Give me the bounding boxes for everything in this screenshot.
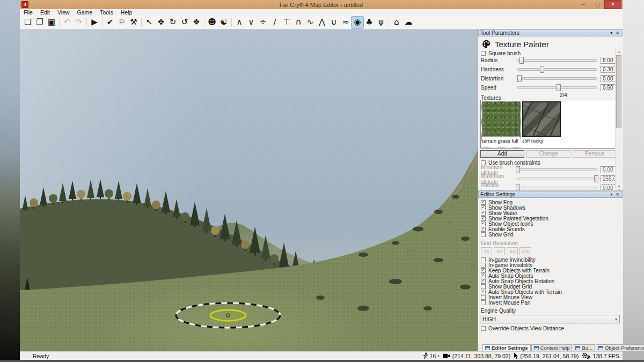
- grid-resolution-option[interactable]: 16: [481, 247, 492, 255]
- change-texture-button[interactable]: Change: [526, 150, 570, 158]
- panel-collapse-icon[interactable]: ▾: [609, 31, 614, 35]
- tool-parameters-header[interactable]: Tool Parameters ▾ ✕: [478, 29, 623, 36]
- slider-track[interactable]: [517, 187, 597, 189]
- tab-object-preferences[interactable]: Object Preferences: [596, 344, 644, 351]
- slider-thumb[interactable]: [594, 175, 598, 182]
- scroll-up-icon[interactable]: ▴: [616, 49, 623, 55]
- menu-item[interactable]: Edit: [36, 9, 54, 16]
- new-file-button[interactable]: ❏: [22, 17, 34, 28]
- flood-terrain-button[interactable]: ∪: [328, 17, 340, 28]
- slider-thumb[interactable]: [516, 184, 520, 191]
- slider-thumb[interactable]: [516, 166, 520, 173]
- checkbox[interactable]: [481, 300, 486, 305]
- grass-painter-button[interactable]: ψ: [375, 17, 387, 28]
- flatten-terrain-button[interactable]: ÷: [257, 17, 269, 28]
- slider-thumb[interactable]: [557, 84, 561, 91]
- slider-thumb[interactable]: [519, 57, 524, 64]
- texture-list[interactable]: terrain grass full cliff rocky: [480, 100, 617, 149]
- slider-track[interactable]: [517, 86, 597, 89]
- water-waves-button[interactable]: ≈: [340, 17, 352, 28]
- setting-row[interactable]: Invert Mouse View: [478, 294, 623, 300]
- chevron-down-icon[interactable]: ▾: [437, 354, 440, 358]
- add-texture-button[interactable]: Add: [480, 150, 524, 158]
- grid-resolution-option[interactable]: 64: [507, 247, 518, 255]
- setting-row[interactable]: Show Object Icons: [478, 221, 623, 226]
- slider-thumb[interactable]: [517, 75, 522, 82]
- panel-close-icon[interactable]: ✕: [614, 193, 621, 197]
- clone-objects-tool-button[interactable]: ❖: [191, 17, 202, 28]
- set-height-button[interactable]: ⊤: [281, 17, 292, 28]
- checkbox[interactable]: [481, 290, 486, 294]
- engine-quality-dropdown[interactable]: HIGH ▾: [480, 315, 620, 323]
- scrollbar-thumb[interactable]: [616, 55, 621, 128]
- tab-budget[interactable]: Bu...: [573, 344, 595, 351]
- viewport[interactable]: [20, 29, 478, 351]
- raise-terrain-button[interactable]: ∧: [233, 17, 245, 28]
- grid-resolution-option[interactable]: 128: [519, 247, 531, 255]
- menu-item[interactable]: Game: [74, 9, 97, 16]
- rotate-cw-tool-button[interactable]: ↻: [167, 17, 179, 28]
- open-file-button[interactable]: ❐: [34, 17, 46, 28]
- setting-row[interactable]: Enable Sounds: [478, 226, 623, 232]
- slider-thumb[interactable]: [540, 66, 544, 73]
- cliff rocky[interactable]: cliff rocky: [522, 101, 561, 147]
- select-tool-button[interactable]: ↖: [143, 17, 155, 28]
- vegetation-painter-button[interactable]: ♣: [363, 17, 375, 28]
- undo-button[interactable]: ↶: [61, 17, 73, 28]
- lower-terrain-button[interactable]: ∨: [245, 17, 257, 28]
- override-view-distance-row[interactable]: Override Objects View Distance: [478, 326, 623, 331]
- menu-item[interactable]: File: [20, 9, 36, 16]
- camera-speed-control[interactable]: 16 ▾: [422, 352, 440, 359]
- checkbox[interactable]: [481, 227, 486, 232]
- checkbox[interactable]: [481, 51, 486, 56]
- checkbox[interactable]: [481, 257, 486, 262]
- square-brush-checkbox-row[interactable]: Square brush: [478, 50, 623, 56]
- setting-row[interactable]: Show Grid: [478, 232, 623, 237]
- setting-row[interactable]: Auto Snap Objects: [478, 273, 623, 278]
- texture-thumbnail[interactable]: [482, 101, 521, 137]
- grid-resolution-option[interactable]: 32: [494, 247, 505, 255]
- tab-context-help[interactable]: Context Help: [531, 344, 573, 351]
- setting-row[interactable]: Auto Snap Objects Rotation: [478, 278, 623, 284]
- setting-row[interactable]: In-game Invisibility: [478, 262, 623, 268]
- terrain grass full[interactable]: terrain grass full: [482, 101, 521, 147]
- erosion-terrain-button[interactable]: ⋀: [316, 17, 328, 28]
- title-bar[interactable]: 4 Far Cry® 4 Map Editor - untitled – ▢ ✕: [20, 0, 623, 10]
- slider-track[interactable]: [517, 59, 597, 62]
- texture-thumbnail[interactable]: [522, 101, 561, 137]
- checkbox[interactable]: [481, 232, 486, 237]
- rotate-ccw-tool-button[interactable]: ↺: [179, 17, 191, 28]
- export-map-button[interactable]: ⚐: [116, 17, 128, 28]
- checkbox[interactable]: [481, 326, 486, 331]
- setting-row[interactable]: Show Fog: [478, 200, 623, 205]
- ai-tool-button[interactable]: ☯: [218, 17, 230, 28]
- setting-row[interactable]: Keep Objects with Terrain: [478, 268, 623, 273]
- setting-row[interactable]: In-game Invincibility: [478, 257, 623, 262]
- slider-track[interactable]: [517, 168, 597, 171]
- smooth-terrain-button[interactable]: ∩: [292, 17, 304, 28]
- setting-row[interactable]: Show Water: [478, 210, 623, 216]
- menu-item[interactable]: View: [54, 9, 74, 16]
- menu-item[interactable]: Help: [117, 9, 136, 16]
- map-tools-button[interactable]: ⚒: [128, 17, 140, 28]
- close-button[interactable]: ✕: [604, 0, 621, 9]
- player-start-tool-button[interactable]: ☻: [206, 17, 218, 28]
- scroll-down-icon[interactable]: ▾: [616, 183, 623, 189]
- village-tool-button[interactable]: ⌂: [391, 17, 402, 28]
- weather-tool-button[interactable]: ☁: [402, 17, 414, 28]
- setting-row[interactable]: Invert Mouse Pan: [478, 300, 623, 305]
- menu-item[interactable]: Tools: [96, 9, 117, 16]
- setting-row[interactable]: Show Shadows: [478, 205, 623, 210]
- editor-settings-header[interactable]: Editor Settings ▾ ✕: [478, 191, 623, 198]
- move-tool-button[interactable]: ✥: [155, 17, 167, 28]
- tab-editor-settings[interactable]: Editor Settings: [482, 344, 531, 351]
- setting-row[interactable]: Show Budget Grid: [478, 284, 623, 289]
- checkbox[interactable]: [481, 295, 486, 300]
- play-test-button[interactable]: ▶: [89, 17, 100, 28]
- panel-scrollbar[interactable]: ▴ ▾: [615, 49, 623, 189]
- maximize-button[interactable]: ▢: [590, 1, 604, 9]
- panel-close-icon[interactable]: ✕: [614, 31, 621, 35]
- minimize-button[interactable]: –: [576, 1, 590, 9]
- texture-painter-button[interactable]: ◉: [352, 17, 363, 28]
- save-button[interactable]: ▣: [46, 17, 57, 28]
